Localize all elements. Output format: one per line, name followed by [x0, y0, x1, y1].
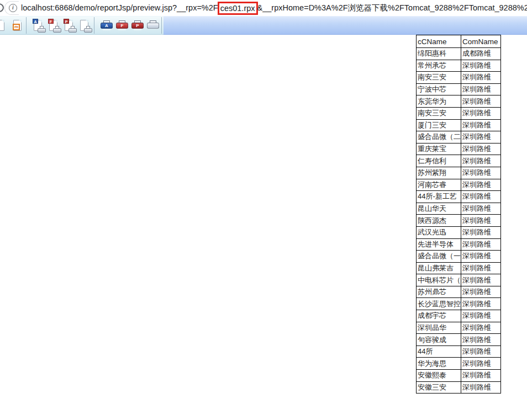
table-row: 44所-新工艺 深圳路维 [417, 191, 501, 203]
table-row: 常州承芯 深圳路维 [417, 60, 501, 72]
comname-cell: 深圳路维 [461, 167, 501, 179]
comname-cell: 深圳路维 [461, 72, 501, 84]
comname-cell: 深圳路维 [461, 95, 501, 108]
table-row: 安徽熙泰 深圳路维 [417, 370, 501, 382]
table-row: 长沙蓝思智控 深圳路维 [417, 298, 501, 310]
table-row: 深圳晶华 深圳路维 [417, 322, 501, 334]
report-page: cCName ComName 绵阳惠科 成都路维 常州承芯 深圳路维 南安三安 … [0, 35, 527, 420]
ccname-cell: 南安三安 [417, 72, 461, 84]
table-row: 仁寿信利 深圳路维 [417, 155, 501, 167]
ccname-cell: 昆山弗莱吉 [417, 262, 461, 274]
url-suffix: &__rpxHome=D%3A%2F浏览器下载%2FTomcat_9288%2F… [257, 3, 527, 12]
comname-cell: 深圳路维 [461, 251, 501, 263]
table-row: 昆山弗莱吉 深圳路维 [417, 262, 501, 274]
comname-cell: 深圳路维 [461, 262, 501, 274]
table-row: 昆山华天 深圳路维 [417, 203, 501, 215]
ccname-cell: 厦门三安 [417, 119, 461, 131]
letter-a-badge: A [33, 19, 38, 24]
comname-cell: 深圳路维 [461, 274, 501, 286]
ccname-cell: 苏州紫翔 [417, 167, 461, 179]
print-flash-button[interactable]: F [115, 19, 129, 33]
table-row: 重庆莱宝 深圳路维 [417, 143, 501, 155]
ccname-cell: 安徽三安 [417, 381, 461, 394]
toolbar-icon-strip: m A F P [0, 16, 164, 35]
comname-cell: 深圳路维 [461, 83, 501, 95]
table-row: 宁波中芯 深圳路维 [417, 83, 501, 95]
comname-cell: 深圳路维 [461, 370, 501, 382]
comname-cell: 深圳路维 [461, 215, 501, 227]
ccname-cell: 先进半导体 [417, 238, 461, 251]
table-row: 绵阳惠科 成都路维 [417, 48, 501, 60]
table-row: 南安三安 深圳路维 [417, 107, 501, 119]
ccname-cell: 仁寿信利 [417, 155, 461, 167]
url-input[interactable]: localhost:6868/demo/reportJsp/preview.js… [21, 0, 527, 16]
printer-icon: P [131, 20, 144, 31]
comname-cell: 深圳路维 [461, 238, 501, 251]
printer-icon [38, 26, 46, 33]
table-row: 句容骏成 深圳路维 [417, 334, 501, 346]
print-preview-button[interactable] [78, 19, 92, 33]
table-row: 陕西源杰 深圳路维 [417, 215, 501, 227]
ccname-cell: 陕西源杰 [417, 215, 461, 227]
address-bar[interactable]: i localhost:6868/demo/reportJsp/preview.… [0, 0, 527, 16]
ccname-cell: 南安三安 [417, 107, 461, 119]
printer-icon [84, 26, 92, 33]
table-row: 东莞华为 深圳路维 [417, 95, 501, 108]
letter-p-badge: P [131, 23, 144, 29]
clipped-page-icon[interactable] [0, 19, 8, 33]
site-info-icon[interactable]: i [9, 4, 17, 12]
header-comname: ComName [461, 35, 501, 48]
ccname-cell: 句容骏成 [417, 334, 461, 346]
ccname-cell: 中电科芯片（ [417, 274, 461, 286]
table-row: 中电科芯片（ 深圳路维 [417, 274, 501, 286]
comname-cell: 深圳路维 [461, 226, 501, 238]
table-row: 武汉光迅 深圳路维 [417, 226, 501, 238]
print-applet-button[interactable]: A [100, 19, 113, 33]
table-row: 44所 深圳路维 [417, 345, 501, 358]
print-pdf-button[interactable]: P [131, 19, 144, 33]
comname-cell: 深圳路维 [461, 334, 501, 346]
printer-icon [147, 20, 159, 31]
comname-cell: 深圳路维 [461, 310, 501, 322]
save-report-file-button[interactable]: m [12, 19, 25, 33]
ccname-cell: 苏州鼎芯 [417, 286, 461, 298]
table-row: 厦门三安 深圳路维 [417, 119, 501, 131]
comname-cell: 深圳路维 [461, 131, 501, 143]
table-header-row: cCName ComName [417, 35, 501, 48]
letter-p-badge: P [64, 19, 69, 24]
table-row: 华为海思 深圳路维 [417, 358, 501, 370]
printer-icon [68, 26, 77, 33]
ccname-cell: 安徽熙泰 [417, 370, 461, 382]
ccname-cell: 成都宇芯 [417, 310, 461, 322]
toolbar-filler-bar [164, 16, 527, 35]
table-row: 苏州紫翔 深圳路维 [417, 167, 501, 179]
ccname-cell: 常州承芯 [417, 60, 461, 72]
comname-cell: 深圳路维 [461, 381, 501, 394]
comname-cell: 深圳路维 [461, 119, 501, 131]
url-prefix: localhost:6868/demo/reportJsp/preview.js… [21, 3, 218, 12]
comname-cell: 深圳路维 [461, 191, 501, 203]
ccname-cell: 重庆莱宝 [417, 143, 461, 155]
ccname-cell: 44所 [417, 345, 461, 358]
print-local-button[interactable] [146, 19, 160, 33]
print-preview-applet-button[interactable]: A [32, 19, 45, 33]
print-preview-pdf-button[interactable]: P [63, 19, 76, 33]
comname-cell: 深圳路维 [461, 203, 501, 215]
ccname-cell: 绵阳惠科 [417, 48, 461, 60]
url-highlight-box: ces01.rpx [218, 2, 258, 15]
comname-cell: 深圳路维 [461, 143, 501, 155]
comname-cell: 成都路维 [461, 48, 501, 60]
comname-cell: 深圳路维 [461, 358, 501, 370]
ccname-cell: 44所-新工艺 [417, 191, 461, 203]
comname-cell: 深圳路维 [461, 155, 501, 167]
table-row: 南安三安 深圳路维 [417, 72, 501, 84]
ccname-cell: 东莞华为 [417, 95, 461, 108]
header-ccname: cCName [417, 35, 461, 48]
printer-icon: A [101, 20, 113, 31]
comname-cell: 深圳路维 [461, 179, 501, 191]
ccname-cell: 深圳晶华 [417, 322, 461, 334]
print-preview-flash-button[interactable]: F [48, 19, 61, 33]
report-table: cCName ComName 绵阳惠科 成都路维 常州承芯 深圳路维 南安三安 … [416, 35, 501, 394]
ccname-cell: 宁波中芯 [417, 83, 461, 95]
printer-icon [53, 26, 61, 33]
